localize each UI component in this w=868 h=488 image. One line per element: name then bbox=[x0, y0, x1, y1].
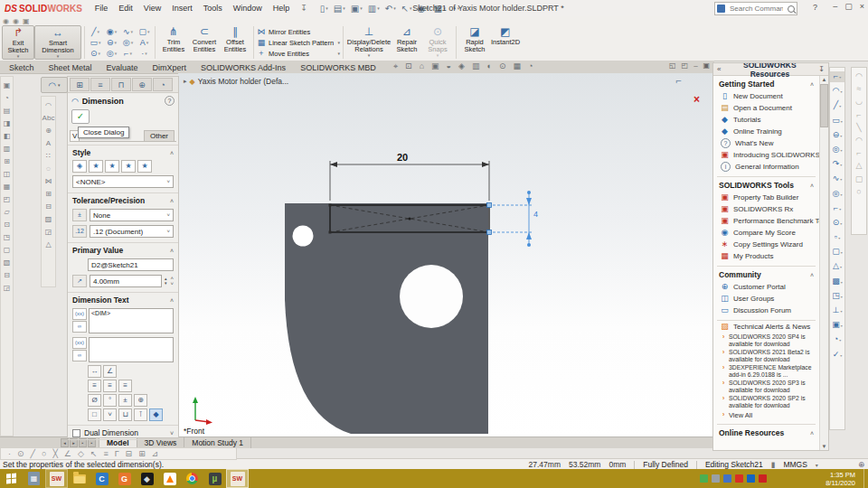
news-item[interactable]: › SOLIDWORKS 2020 SP2 is available for d… bbox=[713, 394, 819, 409]
menu-item[interactable]: Insert bbox=[166, 4, 198, 13]
style-dropdown[interactable]: <NONE>˅ bbox=[72, 175, 174, 188]
precision-dropdown[interactable]: .12 (Document)˅ bbox=[90, 225, 174, 238]
section-header[interactable]: Getting Started˄ bbox=[713, 76, 819, 90]
convert-entities-button[interactable]: ⊂ Convert Entities bbox=[189, 25, 220, 60]
tool-icon[interactable]: ▨ bbox=[45, 215, 52, 223]
palette-tool-icon[interactable]: ⊟ bbox=[126, 449, 133, 458]
justify-icon[interactable]: ≡ bbox=[118, 380, 132, 392]
display-delete-relations-button[interactable]: ⊥ Display/Delete Relations bbox=[346, 25, 392, 60]
dimension-20[interactable] bbox=[330, 161, 489, 201]
panel-tab-icon[interactable]: ⊕ bbox=[132, 78, 152, 91]
dimension-text-section-header[interactable]: Dimension Text˄ bbox=[68, 292, 178, 306]
tool-icon[interactable]: ◲ bbox=[4, 284, 11, 292]
news-item[interactable]: › SOLIDWORKS 2020 SP3 is available for d… bbox=[713, 379, 819, 394]
section-header[interactable]: Community˄ bbox=[713, 267, 819, 281]
taskbar-app-button[interactable]: µ bbox=[203, 469, 226, 488]
task-pane-link[interactable]: ▯ New Document bbox=[713, 90, 819, 102]
view-tool-icon[interactable]: ◐ bbox=[486, 61, 491, 71]
ok-button[interactable]: ✓ bbox=[71, 109, 90, 124]
view-tool-icon[interactable]: ▣ bbox=[431, 61, 439, 71]
palette-tool-icon[interactable]: ○ bbox=[42, 449, 46, 458]
palette-tool-icon[interactable]: ≡ bbox=[103, 449, 108, 458]
news-item[interactable]: › SOLIDWORKS 2021 Beta2 is available for… bbox=[713, 348, 819, 363]
tool-icon[interactable]: ⊡ bbox=[4, 221, 10, 229]
tool-icon[interactable]: ▣ bbox=[4, 81, 11, 89]
task-pane-link[interactable]: ◆ Tutorials bbox=[713, 114, 819, 126]
tool-icon[interactable]: ◨ bbox=[4, 119, 11, 127]
dimension-4-value[interactable]: 4 bbox=[533, 210, 538, 219]
trim-entities-button[interactable]: ⋔ Trim Entities bbox=[158, 25, 189, 60]
style-tool-icon[interactable]: ★ bbox=[105, 160, 119, 173]
tool-icon[interactable]: ▣ bbox=[832, 320, 843, 331]
task-pane-link[interactable]: ◫ User Groups bbox=[713, 293, 819, 305]
symbol-icon[interactable]: Ø bbox=[88, 394, 101, 407]
task-pane-link[interactable]: ⊕ Customer Portal bbox=[713, 281, 819, 293]
frame-icon[interactable]: ˅ bbox=[103, 408, 117, 421]
frame-icon[interactable]: ⊔ bbox=[118, 408, 132, 421]
section-header[interactable]: SOLIDWORKS Tools˄ bbox=[713, 177, 819, 192]
tool-icon[interactable]: ⊖ bbox=[833, 130, 843, 141]
symbol-icon[interactable]: ° bbox=[103, 394, 117, 407]
tool-icon[interactable]: ⊥ bbox=[833, 305, 843, 316]
palette-tool-icon[interactable]: ∠ bbox=[64, 449, 71, 458]
tool-icon[interactable]: ◎ bbox=[833, 189, 843, 200]
exit-sketch-button[interactable]: ↱ Exit Sketch bbox=[2, 25, 34, 60]
menu-item[interactable]: View bbox=[138, 4, 166, 13]
window-control-icon[interactable]: – bbox=[833, 2, 837, 11]
add-parenthesis-icon[interactable]: (xx) bbox=[72, 308, 87, 320]
tool-icon[interactable]: ╱ bbox=[834, 100, 842, 111]
task-pane-link[interactable]: ▭ Discussion Forum bbox=[713, 305, 819, 316]
palette-tool-icon[interactable]: Γ bbox=[115, 449, 119, 458]
dimension-value-spinner[interactable]: 4.00mm bbox=[90, 275, 162, 287]
collapse-icon[interactable]: « bbox=[717, 65, 721, 73]
taskbar-app-button[interactable]: SW bbox=[226, 469, 249, 488]
sketch-entity-icon[interactable]: ◎ bbox=[120, 37, 136, 48]
technical-alerts-link[interactable]: ▨ Technical Alerts & News bbox=[713, 321, 819, 333]
taskbar-app-button[interactable]: G bbox=[113, 469, 136, 488]
news-item[interactable]: › SOLIDWORKS 2020 SP4 is available for d… bbox=[713, 333, 819, 348]
dual-dimension-checkbox[interactable] bbox=[72, 429, 80, 437]
tool-icon[interactable]: ▫ bbox=[835, 232, 840, 243]
tool-icon[interactable]: ◫ bbox=[4, 170, 11, 178]
tool-icon[interactable]: ▤ bbox=[4, 107, 11, 115]
tool-icon[interactable]: ✓ bbox=[833, 350, 843, 361]
tool-icon[interactable]: ▥ bbox=[4, 145, 11, 153]
help-globe-icon[interactable]: ⊕ bbox=[858, 460, 864, 469]
tool-icon[interactable]: ⌐ bbox=[834, 203, 841, 214]
style-tool-icon[interactable]: ★ bbox=[121, 160, 136, 173]
palette-tool-icon[interactable]: ╳ bbox=[52, 449, 57, 458]
tool-icon[interactable]: ◰ bbox=[4, 195, 11, 203]
search-input[interactable] bbox=[728, 4, 785, 14]
tool-icon[interactable]: ▢ bbox=[832, 247, 843, 258]
palette-tool-icon[interactable]: · bbox=[8, 449, 11, 458]
tool-icon[interactable]: △ bbox=[833, 261, 842, 272]
tolerance-section-header[interactable]: Tolerance/Precision˄ bbox=[68, 192, 178, 207]
menu-item[interactable]: Help bbox=[268, 4, 296, 13]
sketch-flyout-button[interactable]: ◠▾ bbox=[41, 77, 68, 93]
frame-icon[interactable]: ⊺ bbox=[134, 408, 147, 421]
command-tab[interactable]: Sheet Metal bbox=[42, 62, 99, 73]
sketch-entity-icon[interactable]: ⊙ bbox=[88, 48, 103, 59]
justify-icon[interactable]: ≡ bbox=[88, 380, 101, 392]
tool-icon[interactable]: ◳ bbox=[832, 291, 843, 302]
sketch-entity-icon[interactable]: ◉ bbox=[104, 26, 119, 37]
style-tool-icon[interactable]: ★ bbox=[89, 160, 103, 173]
sketch-entity-icon[interactable]: A bbox=[137, 37, 152, 48]
spinner-arrows[interactable]: ▴▾ bbox=[165, 277, 167, 286]
task-pane-scrollbar[interactable]: ▲ ▼ bbox=[819, 76, 828, 450]
tray-icon[interactable] bbox=[723, 474, 731, 483]
panel-tab-icon[interactable]: ⊞ bbox=[70, 78, 90, 91]
view-all-link[interactable]: › View All bbox=[713, 409, 819, 420]
cancel-sketch-icon[interactable]: × bbox=[693, 93, 700, 106]
task-pane-link[interactable]: ▣ Introducing SOLIDWORKS bbox=[713, 149, 819, 161]
tool-icon[interactable]: ▦ bbox=[4, 183, 11, 191]
tool-icon[interactable]: ◲ bbox=[45, 228, 52, 236]
center-text-icon[interactable]: ∞ bbox=[72, 350, 87, 361]
view-tool-icon[interactable]: ◈ bbox=[458, 61, 465, 71]
tool-icon[interactable]: ▢ bbox=[4, 246, 11, 254]
menu-item[interactable]: Edit bbox=[113, 4, 138, 13]
command-tab[interactable]: Evaluate bbox=[99, 62, 146, 73]
window-control-icon[interactable]: ▢ bbox=[844, 2, 853, 11]
task-pane-link[interactable]: ▣ Property Tab Builder bbox=[713, 192, 819, 203]
scroll-down-icon[interactable]: ▼ bbox=[822, 443, 827, 450]
